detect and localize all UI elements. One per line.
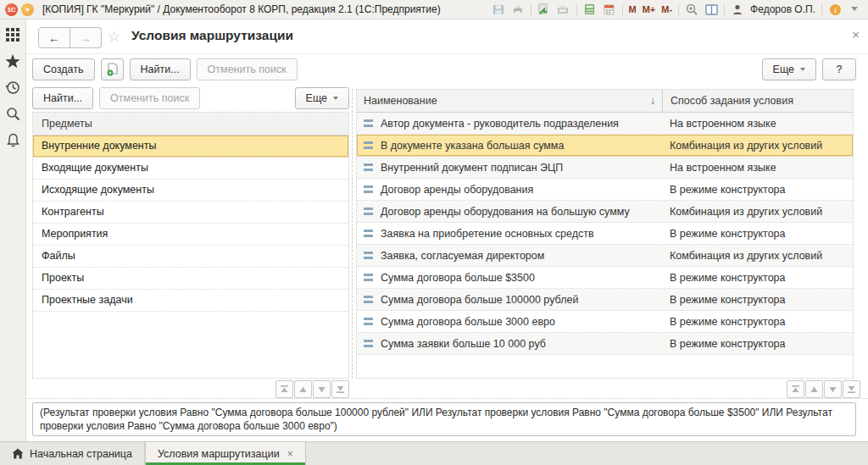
condition-row[interactable]: В документе указана большая суммаКомбина…: [357, 135, 853, 157]
condition-method: В режиме конструктора: [662, 289, 853, 310]
main-menu-dropdown-icon[interactable]: ▼: [21, 3, 34, 16]
menu-grid-icon[interactable]: [4, 26, 21, 43]
go-down-button[interactable]: [313, 380, 331, 398]
open-windows-bar: Начальная страница Условия маршрутизации…: [0, 441, 868, 465]
condition-name-cell: Сумма договора больше 3000 евро: [357, 311, 662, 332]
find-button[interactable]: Найти...: [130, 58, 191, 80]
create-by-copy-button[interactable]: [101, 58, 124, 80]
go-last-button[interactable]: [331, 380, 349, 398]
calc-memory-minus-icon[interactable]: M-: [661, 4, 672, 14]
print-icon[interactable]: [511, 3, 525, 16]
condition-icon: [364, 252, 373, 259]
conditions-table-body: Автор документа - руководитель подраздел…: [357, 113, 853, 355]
condition-row[interactable]: Автор документа - руководитель подраздел…: [357, 113, 853, 135]
condition-icon: [364, 208, 373, 215]
condition-name-cell: Внутренний документ подписан ЭЦП: [357, 157, 662, 178]
calc-memory-icon[interactable]: M: [629, 4, 637, 14]
subjects-cancel-search-button[interactable]: Отменить поиск: [99, 87, 200, 109]
form-close-icon[interactable]: ×: [852, 28, 860, 41]
subjects-list-header[interactable]: Предметы: [33, 113, 348, 136]
forward-button[interactable]: →: [70, 27, 102, 48]
condition-name-cell: Сумма заявки больше 10 000 руб: [357, 333, 662, 354]
subject-row[interactable]: Проектные задачи: [33, 290, 348, 312]
condition-name: Договор аренды оборудования на большую с…: [381, 206, 630, 218]
window-title: [КОПИЯ] ГК "Меркурий" / Документооборот …: [42, 3, 441, 15]
subject-row[interactable]: Контрагенты: [33, 202, 348, 224]
save-icon[interactable]: [492, 3, 505, 16]
calendar-icon[interactable]: [603, 3, 616, 16]
home-icon: [12, 448, 24, 459]
subjects-find-button[interactable]: Найти...: [32, 87, 93, 109]
subject-row[interactable]: Внутренние документы: [33, 136, 348, 158]
condition-method: В режиме конструктора: [662, 267, 853, 288]
tab-home-page[interactable]: Начальная страница: [0, 442, 145, 465]
zoom-icon[interactable]: [685, 3, 698, 16]
send-document-icon[interactable]: [557, 3, 570, 16]
calc-memory-plus-icon[interactable]: M+: [643, 4, 656, 14]
condition-method: Комбинация из других условий: [662, 135, 853, 156]
column-header-method-label: Способ задания условия: [670, 95, 793, 107]
condition-icon: [364, 318, 373, 325]
subject-row[interactable]: Файлы: [33, 246, 348, 268]
condition-row[interactable]: Сумма заявки больше 10 000 рубВ режиме к…: [357, 333, 853, 355]
back-button[interactable]: ←: [38, 27, 70, 48]
condition-row[interactable]: Договор аренды оборудования на большую с…: [357, 201, 853, 223]
condition-name: Сумма заявки больше 10 000 руб: [381, 338, 546, 350]
subject-row[interactable]: Проекты: [33, 268, 348, 290]
chevron-down-icon: [333, 97, 338, 100]
tab-routing-label: Условия маршрутизации: [158, 448, 280, 460]
window-titlebar: 1С ▼ [КОПИЯ] ГК "Меркурий" / Документооб…: [0, 0, 868, 19]
go-first-button[interactable]: [275, 380, 293, 398]
go-last-button[interactable]: [843, 380, 860, 398]
panel-splitter[interactable]: [352, 89, 353, 379]
condition-name-cell: Заявка на приобретение основных средств: [357, 223, 662, 244]
subjects-list-rows: Внутренние документыВходящие документыИс…: [33, 136, 348, 312]
app-logo-1c-icon[interactable]: 1С: [5, 3, 18, 16]
notifications-bell-icon[interactable]: [4, 131, 21, 148]
subject-row[interactable]: Входящие документы: [33, 158, 348, 180]
create-button[interactable]: Создать: [32, 58, 95, 80]
chevron-down-icon: [800, 68, 805, 71]
search-icon[interactable]: [4, 105, 21, 122]
column-header-name[interactable]: Наименование ↓: [357, 90, 662, 112]
print-preview-icon[interactable]: [537, 3, 551, 16]
subjects-more-button[interactable]: Еще: [295, 87, 349, 109]
tab-close-icon[interactable]: ×: [287, 448, 293, 460]
cancel-search-button[interactable]: Отменить поиск: [197, 58, 298, 80]
subject-row[interactable]: Исходящие документы: [33, 180, 348, 202]
titlebar-more-icon[interactable]: [848, 3, 861, 16]
condition-row[interactable]: Сумма договора больше $3500В режиме конс…: [357, 267, 853, 289]
subjects-list: Предметы Внутренние документыВходящие до…: [32, 112, 349, 379]
condition-preview: (Результат проверки условия Равно "Сумма…: [32, 402, 856, 436]
add-favorite-star-icon[interactable]: ☆: [108, 28, 120, 46]
condition-name: Сумма договора больше 100000 рублей: [381, 294, 578, 306]
condition-icon: [364, 163, 373, 171]
condition-row[interactable]: Внутренний документ подписан ЭЦПНа встро…: [357, 157, 853, 179]
split-window-icon[interactable]: [704, 3, 718, 16]
main-command-bar: Создать Найти... Отменить поиск Еще ?: [32, 58, 856, 84]
column-header-method[interactable]: Способ задания условия: [662, 90, 853, 112]
condition-method: В режиме конструктора: [662, 311, 853, 332]
condition-row[interactable]: Сумма договора больше 100000 рублейВ реж…: [357, 289, 853, 311]
go-up-button[interactable]: [294, 380, 312, 398]
condition-row[interactable]: Договор аренды оборудованияВ режиме конс…: [357, 179, 853, 201]
favorites-star-icon[interactable]: [4, 53, 21, 69]
go-up-button[interactable]: [805, 380, 823, 398]
info-icon[interactable]: i: [828, 3, 842, 16]
condition-row[interactable]: Заявка, согласуемая директоромКомбинация…: [357, 245, 853, 267]
calculator-icon[interactable]: [583, 3, 597, 16]
help-button[interactable]: ?: [822, 58, 856, 80]
condition-name: Договор аренды оборудования: [381, 184, 533, 196]
go-first-button[interactable]: [787, 380, 804, 398]
condition-name-cell: В документе указана большая сумма: [357, 135, 662, 156]
more-button[interactable]: Еще: [762, 58, 816, 80]
condition-row[interactable]: Заявка на приобретение основных средствВ…: [357, 223, 853, 245]
condition-icon: [364, 230, 373, 237]
tool-sidebar: [0, 19, 26, 442]
current-user-name[interactable]: Федоров О.П.: [750, 3, 815, 15]
subject-row[interactable]: Мероприятия: [33, 224, 348, 246]
history-clock-icon[interactable]: [4, 79, 21, 96]
condition-row[interactable]: Сумма договора больше 3000 евроВ режиме …: [357, 311, 853, 333]
tab-routing-conditions[interactable]: Условия маршрутизации ×: [145, 442, 306, 465]
go-down-button[interactable]: [824, 380, 842, 398]
